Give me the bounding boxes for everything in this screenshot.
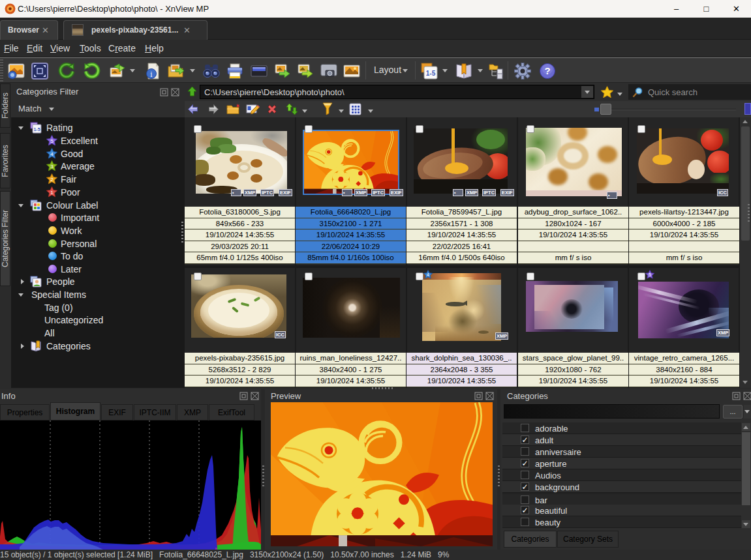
svg-text:4: 4 <box>427 273 429 277</box>
svg-text:3: 3 <box>50 164 54 169</box>
svg-text:5: 5 <box>50 138 54 144</box>
svg-text:1: 1 <box>50 190 54 196</box>
svg-text:5: 5 <box>649 273 651 277</box>
svg-text:2: 2 <box>50 177 54 183</box>
svg-text:4: 4 <box>50 151 54 157</box>
svg-text:?: ? <box>544 65 550 76</box>
svg-text:1-5: 1-5 <box>33 127 40 132</box>
svg-text:1-5: 1-5 <box>426 70 436 77</box>
